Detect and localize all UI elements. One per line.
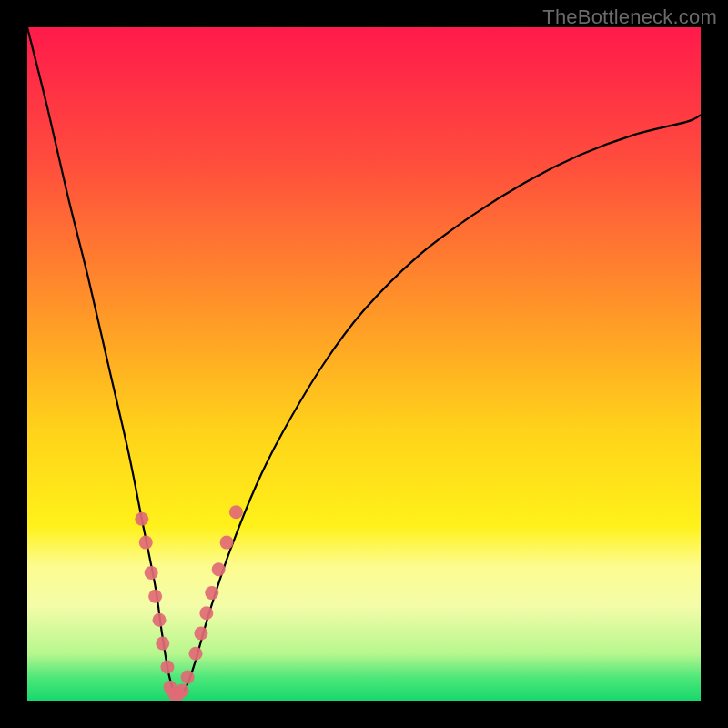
highlight-dot: [205, 586, 218, 600]
chart-frame: TheBottleneck.com: [0, 0, 728, 728]
highlight-dot: [199, 606, 213, 620]
highlight-dot: [194, 627, 207, 641]
highlight-dot: [181, 671, 195, 684]
plot-background: [27, 27, 701, 701]
bottleneck-chart-svg: [0, 0, 728, 728]
highlight-dot: [160, 661, 174, 674]
highlight-dot: [212, 562, 226, 576]
highlight-dot: [153, 613, 167, 627]
highlight-dot: [229, 505, 243, 519]
highlight-dot: [156, 637, 169, 651]
highlight-dot: [135, 512, 148, 526]
highlight-dot: [189, 647, 203, 661]
highlight-dot: [139, 536, 153, 550]
watermark-text: TheBottleneck.com: [542, 5, 717, 29]
highlight-dot: [148, 590, 162, 603]
highlight-dot: [176, 683, 189, 697]
highlight-dot: [220, 536, 234, 550]
highlight-dot: [145, 566, 158, 580]
